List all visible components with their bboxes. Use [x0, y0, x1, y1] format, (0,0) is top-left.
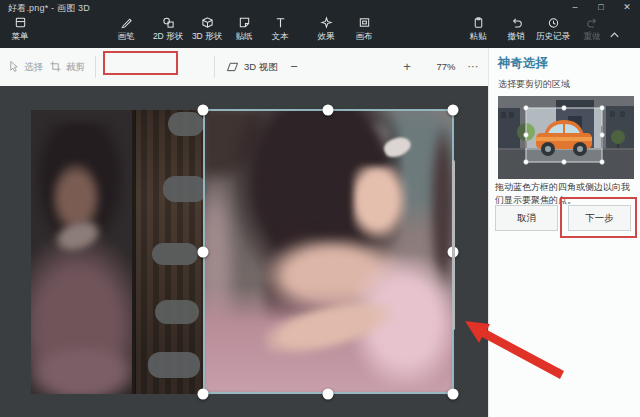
effects-icon	[320, 16, 333, 29]
drawing-canvas[interactable]	[0, 86, 488, 417]
tool-brush[interactable]: 画笔	[104, 16, 148, 46]
tool-canvas[interactable]: 画布	[342, 16, 386, 46]
selection-handle-bottom-right[interactable]	[448, 389, 459, 400]
action-label: 粘贴	[470, 31, 487, 43]
menu-button[interactable]: 菜单	[2, 16, 38, 46]
blur-blob	[155, 300, 199, 324]
tool-label: 画布	[356, 31, 373, 43]
crop-icon	[50, 61, 61, 74]
3d-shapes-icon	[201, 16, 214, 29]
paste-icon	[472, 16, 485, 29]
minimize-button[interactable]: –	[562, 0, 588, 14]
history-button[interactable]: 历史记录	[531, 16, 575, 46]
menu-icon	[14, 16, 27, 29]
blur-blob	[152, 243, 198, 265]
view-3d-button[interactable]: 3D 视图	[226, 48, 278, 86]
selection-box[interactable]	[203, 109, 454, 394]
tool-label: 2D 形状	[153, 31, 183, 43]
collapse-ribbon-button[interactable]	[608, 26, 621, 44]
undo-icon	[510, 16, 523, 29]
brush-icon	[120, 16, 133, 29]
cursor-icon	[8, 60, 19, 74]
selection-handle-top-right[interactable]	[448, 105, 459, 116]
cancel-button[interactable]: 取消	[495, 205, 558, 231]
chevron-up-icon	[608, 26, 621, 43]
blur-blob	[163, 176, 207, 202]
more-options-button[interactable]: ⋯	[463, 48, 483, 86]
toolbar-separator	[214, 56, 215, 78]
view-3d-label: 3D 视图	[244, 61, 278, 74]
zoom-percentage[interactable]: 77%	[430, 48, 462, 86]
tool-label: 3D 形状	[192, 31, 222, 43]
panel-subtitle: 选择要剪切的区域	[498, 78, 570, 91]
action-label: 历史记录	[536, 31, 570, 43]
toolbar-separator	[95, 56, 96, 78]
crop-tool[interactable]: 裁剪	[50, 48, 85, 86]
redo-icon	[586, 16, 599, 29]
paint3d-window: 好看.png* - 画图 3D – □ ✕ 菜单 画笔 2D 形状	[0, 0, 640, 417]
vertical-scrollbar[interactable]	[452, 160, 455, 330]
text-icon	[274, 16, 287, 29]
action-label: 撤销	[508, 31, 525, 43]
tool-label: 文本	[272, 31, 289, 43]
action-label: 重做	[584, 31, 601, 43]
titlebar: 好看.png* - 画图 3D – □ ✕ 菜单 画笔 2D 形状	[0, 0, 640, 48]
selection-handle-top-left[interactable]	[198, 105, 209, 116]
selection-handle-middle-left[interactable]	[198, 247, 209, 258]
blur-blob	[168, 112, 204, 136]
crop-label: 裁剪	[66, 61, 85, 74]
magic-select-panel: 神奇选择 选择要剪切的区域	[488, 48, 640, 417]
selection-handle-bottom-middle[interactable]	[323, 389, 334, 400]
canvas-icon	[358, 16, 371, 29]
tool-text[interactable]: 文本	[258, 16, 302, 46]
2d-shapes-icon	[162, 16, 175, 29]
magic-select-illustration	[498, 96, 634, 179]
maximize-button[interactable]: □	[588, 0, 614, 14]
window-title: 好看.png* - 画图 3D	[8, 2, 90, 15]
window-controls: – □ ✕	[562, 0, 640, 14]
close-button[interactable]: ✕	[614, 0, 640, 14]
tool-label: 贴纸	[236, 31, 253, 43]
stickers-icon	[238, 16, 251, 29]
blur-blob	[148, 352, 200, 378]
menu-label: 菜单	[12, 31, 29, 43]
panel-title: 神奇选择	[498, 55, 548, 72]
next-button[interactable]: 下一步	[568, 205, 631, 231]
tool-label: 画笔	[118, 31, 135, 43]
selection-handle-top-middle[interactable]	[323, 105, 334, 116]
panel-instructions: 拖动蓝色方框的四角或侧边以向我们显示要聚焦的点。	[495, 181, 637, 206]
selection-handle-bottom-left[interactable]	[198, 389, 209, 400]
tool-label: 效果	[318, 31, 335, 43]
photo-image	[31, 110, 453, 394]
zoom-in-button[interactable]: +	[399, 48, 415, 86]
3d-view-icon	[226, 61, 239, 74]
history-icon	[547, 16, 560, 29]
tool-2d-shapes[interactable]: 2D 形状	[146, 16, 190, 46]
zoom-out-button[interactable]: −	[286, 48, 302, 86]
select-tool[interactable]: 选择	[8, 48, 43, 86]
select-label: 选择	[24, 61, 43, 74]
